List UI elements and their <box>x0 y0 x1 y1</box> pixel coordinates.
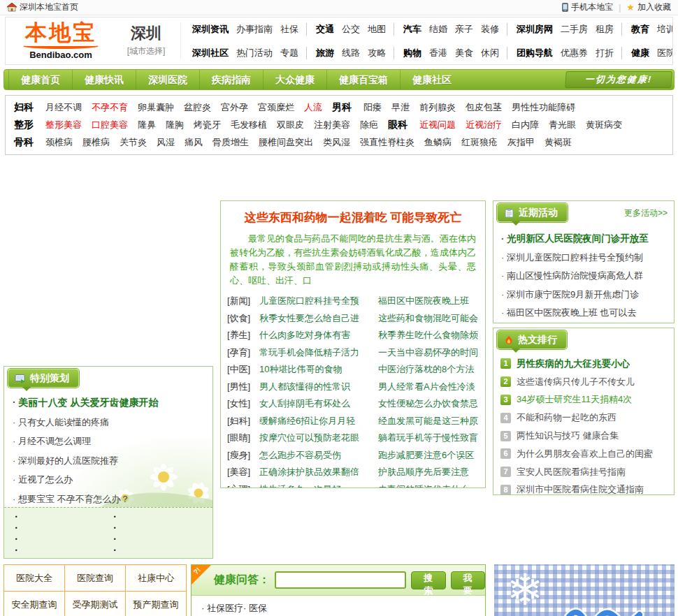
special-topic-link[interactable]: 想要宝宝 不孕不育怎么办？ <box>13 490 212 509</box>
news-link[interactable]: 正确涂抹护肤品效果翻倍 <box>259 464 378 481</box>
disease-link[interactable]: 隆胸 <box>166 119 184 131</box>
more-activities-link[interactable]: 更多活动>> <box>624 207 668 219</box>
special-topic-link[interactable]: 只有女人能读懂的疼痛 <box>13 413 212 432</box>
search-answer-button[interactable]: 搜索答案 <box>411 571 446 589</box>
news-link[interactable]: 福田区中医院夜晚上班 <box>378 293 479 310</box>
header-nav-link[interactable]: 公交 <box>342 23 360 36</box>
special-topics-tab[interactable]: 特别策划 <box>8 369 79 388</box>
site-logo[interactable]: 本地宝 Bendibao.com <box>6 22 116 60</box>
news-link[interactable]: 怎么跑步不容易受伤 <box>259 447 378 464</box>
disease-link[interactable]: 月经不调 <box>45 101 82 114</box>
special-topic-link[interactable]: 深圳最好的人流医院推荐 <box>13 451 212 471</box>
disease-link[interactable]: 早泄 <box>391 101 410 114</box>
header-nav-link[interactable]: 深圳社区 <box>192 47 229 59</box>
header-nav-link[interactable]: 优惠券 <box>561 47 588 59</box>
header-nav-link[interactable]: 办事指南 <box>236 23 273 36</box>
disease-link[interactable]: 前列腺炎 <box>419 101 456 114</box>
mobile-site-link[interactable]: 手机本地宝 <box>562 1 613 13</box>
disease-link[interactable]: 注射美容 <box>314 119 350 131</box>
disease-link[interactable]: 阳痿 <box>363 101 382 114</box>
news-link[interactable]: 常玩手机会降低精子活力 <box>259 344 378 362</box>
tool-link[interactable]: 社康中心 <box>126 565 187 592</box>
qa-search-input[interactable] <box>275 571 406 589</box>
header-nav-link[interactable]: 健康 <box>621 47 649 59</box>
news-link[interactable]: 缓解痛经6招让你月月轻 <box>259 413 378 430</box>
header-nav-link[interactable]: 专题 <box>280 47 298 59</box>
disease-link[interactable]: 青光眼 <box>549 119 576 131</box>
disease-link[interactable]: 男科 <box>332 101 352 114</box>
news-link[interactable]: 按摩穴位可以预防老花眼 <box>259 430 378 447</box>
disease-link[interactable]: 盆腔炎 <box>184 101 211 114</box>
channel-nav-tab[interactable]: 健康快讯 <box>72 70 136 89</box>
header-nav-link[interactable]: 香港 <box>429 47 447 59</box>
news-link[interactable]: 夫妻间的睡姿代表什么 <box>378 481 479 488</box>
news-link[interactable]: 儿童医院口腔科挂号全预 <box>259 293 378 310</box>
disease-link[interactable]: 烤瓷牙 <box>194 119 221 131</box>
activity-link[interactable]: 深圳儿童医院口腔科挂号全预约制 <box>501 249 668 267</box>
disease-link[interactable]: 男性性功能障碍 <box>512 101 575 114</box>
hot-article-link[interactable]: 34岁硕士研究生11天捐精4次 <box>517 393 632 406</box>
news-link[interactable]: 秋季养生吃什么食物除烦 <box>378 327 479 344</box>
special-topic-link[interactable]: 月经不调怎么调理 <box>13 432 212 451</box>
header-nav-link[interactable]: 热门活动 <box>236 47 273 59</box>
add-favorite-link[interactable]: ★ 加入收藏 <box>626 1 671 13</box>
disease-link[interactable]: 不孕不育 <box>92 101 128 114</box>
disease-link[interactable]: 骨质增生 <box>212 136 249 149</box>
header-nav-link[interactable]: 交通 <box>306 23 334 36</box>
header-nav-link[interactable]: 培训 <box>657 23 672 36</box>
disease-link[interactable]: 腰椎间盘突出 <box>259 136 313 149</box>
news-link[interactable]: 中医治疗落枕的8个方法 <box>378 361 479 379</box>
recent-activities-tab[interactable]: 近期活动 <box>497 203 568 222</box>
header-nav-link[interactable]: 教育 <box>621 23 649 36</box>
header-nav-link[interactable]: 购物 <box>394 47 421 59</box>
news-link[interactable]: 秋季女性要怎么给自己进 <box>259 310 378 328</box>
home-link[interactable]: 深圳本地宝首页 <box>7 1 78 13</box>
channel-nav-tab[interactable]: 疾病指南 <box>199 70 263 89</box>
disease-link[interactable]: 近视治疗 <box>466 119 502 131</box>
disease-link[interactable]: 腰椎病 <box>82 136 110 149</box>
ask-question-button[interactable]: 我要提问 <box>451 571 486 589</box>
disease-link[interactable]: 风湿 <box>157 136 175 149</box>
disease-link[interactable]: 宫颈糜烂 <box>258 101 294 114</box>
channel-nav-tab[interactable]: 大众健康 <box>263 70 326 89</box>
disease-link[interactable]: 人流 <box>304 101 322 114</box>
disease-link[interactable]: 口腔美容 <box>92 119 128 131</box>
disease-link[interactable]: 隆鼻 <box>138 119 156 131</box>
activity-link[interactable]: 南山区慢性病防治院慢病高危人群 <box>501 267 668 286</box>
hot-article-link[interactable]: 这些遗传病只传儿子不传女儿 <box>517 376 635 388</box>
disease-link[interactable]: 卵巢囊肿 <box>138 101 174 114</box>
special-topic-link[interactable]: 美丽十八变 从关爱牙齿健康开始 <box>13 393 212 413</box>
special-topic-link[interactable]: 近视了怎么办 <box>13 470 212 490</box>
header-nav-link[interactable]: 租房 <box>596 23 614 36</box>
header-nav-link[interactable]: 休闲 <box>481 47 499 59</box>
feature-headline-link[interactable]: 这些东西和药物一起混着吃 可能导致死亡 <box>228 210 478 226</box>
header-nav-link[interactable]: 汽车 <box>394 23 421 36</box>
disease-link[interactable]: 骨科 <box>14 136 34 149</box>
city-select-link[interactable]: [城市选择] <box>127 45 166 57</box>
disease-link[interactable]: 黄斑病变 <box>586 119 622 131</box>
activity-link[interactable]: 福田区中医院夜晚上班 也可以去 <box>501 304 668 323</box>
disease-link[interactable]: 除疤 <box>360 119 378 131</box>
qa-topic-link[interactable]: 社保医疗 <box>201 602 243 615</box>
disease-link[interactable]: 痛风 <box>185 136 203 149</box>
news-link[interactable]: 经血发黑可能是这三种原 <box>378 413 479 430</box>
header-nav-link[interactable]: 医院 <box>657 47 672 59</box>
tool-link[interactable]: 受孕期测试 <box>65 592 126 616</box>
disease-link[interactable]: 包皮包茎 <box>466 101 502 114</box>
disease-link[interactable]: 颈椎病 <box>45 136 73 149</box>
disease-link[interactable]: 鱼鳞病 <box>424 136 452 149</box>
news-link[interactable]: 女人刮掉阴毛有坏处么 <box>259 395 378 413</box>
disease-link[interactable]: 妇科 <box>14 101 34 114</box>
hot-article-link[interactable]: 深圳市中医院看病住院交通指南 <box>517 483 644 495</box>
channel-nav-tab[interactable]: 健康首页 <box>8 70 72 89</box>
news-link[interactable]: 男人经常看A片会性冷淡 <box>378 379 479 396</box>
header-nav-link[interactable]: 深圳资讯 <box>192 23 229 36</box>
header-nav-link[interactable]: 美食 <box>455 47 473 59</box>
news-link[interactable]: 女性便秘怎么办饮食禁忌 <box>378 395 479 413</box>
hot-article-link[interactable]: 不能和药物一起吃的东西 <box>517 411 616 424</box>
header-nav-link[interactable]: 团购导航 <box>507 47 553 59</box>
activity-link[interactable]: 深圳市康宁医院9月新开焦虑门诊 <box>501 286 668 305</box>
disease-link[interactable]: 关节炎 <box>120 136 147 149</box>
disease-link[interactable]: 宫外孕 <box>221 101 248 114</box>
disease-link[interactable]: 近视问题 <box>419 119 456 131</box>
